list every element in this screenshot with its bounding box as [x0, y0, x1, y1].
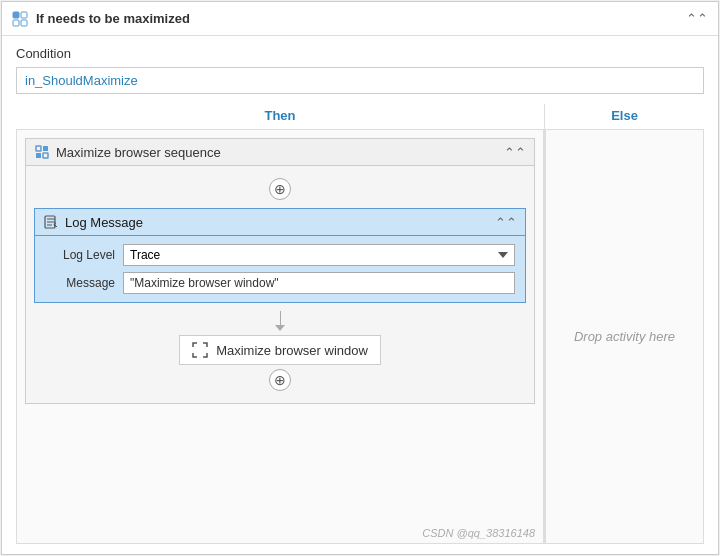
collapse-button[interactable]: ⌃⌃: [686, 11, 708, 26]
if-icon: [12, 11, 28, 27]
arrow-down: [275, 311, 285, 331]
maximize-icon: [192, 342, 208, 358]
log-level-row: Log Level TraceVerboseInfoWarningErrorCr…: [45, 244, 515, 266]
log-message-title: Log Message: [65, 215, 143, 230]
columns-row: Then: [16, 104, 704, 544]
drop-text: Drop activity here: [574, 329, 675, 344]
then-label: Then: [16, 104, 544, 129]
log-message-header: Log Message ⌃⌃: [35, 209, 525, 236]
add-top-button[interactable]: ⊕: [269, 178, 291, 200]
message-input[interactable]: [123, 272, 515, 294]
log-level-label: Log Level: [45, 248, 115, 262]
add-bottom-button[interactable]: ⊕: [269, 369, 291, 391]
sequence-title: Maximize browser sequence: [56, 145, 221, 160]
log-message-block: Log Message ⌃⌃ Log Level TraceVerboseInf…: [34, 208, 526, 303]
message-label: Message: [45, 276, 115, 290]
condition-input[interactable]: [16, 67, 704, 94]
else-body[interactable]: Drop activity here: [545, 129, 704, 544]
then-body: Maximize browser sequence ⌃⌃ ⊕: [16, 129, 544, 544]
header-left: If needs to be maximized: [12, 11, 190, 27]
svg-rect-1: [21, 12, 27, 18]
sequence-header-left: Maximize browser sequence: [34, 144, 221, 160]
svg-rect-2: [13, 20, 19, 26]
log-message-collapse-button[interactable]: ⌃⌃: [495, 215, 517, 230]
svg-rect-5: [43, 146, 48, 151]
svg-rect-0: [13, 12, 19, 18]
if-header: If needs to be maximized ⌃⌃: [2, 2, 718, 36]
log-message-icon: [43, 214, 59, 230]
sequence-icon: [34, 144, 50, 160]
else-label: Else: [545, 104, 704, 129]
sequence-container: Maximize browser sequence ⌃⌃ ⊕: [25, 138, 535, 404]
sequence-body: ⊕: [26, 166, 534, 403]
maximize-action-block: Maximize browser window: [179, 335, 381, 365]
sequence-header: Maximize browser sequence ⌃⌃: [26, 139, 534, 166]
then-column: Then: [16, 104, 544, 544]
svg-rect-3: [21, 20, 27, 26]
log-message-body: Log Level TraceVerboseInfoWarningErrorCr…: [35, 236, 525, 302]
log-level-select[interactable]: TraceVerboseInfoWarningErrorCritical: [123, 244, 515, 266]
svg-rect-7: [43, 153, 48, 158]
sequence-collapse-button[interactable]: ⌃⌃: [504, 145, 526, 160]
else-column: Else Drop activity here: [544, 104, 704, 544]
watermark: CSDN @qq_38316148: [422, 527, 535, 539]
content-area: Condition Then: [2, 36, 718, 554]
message-row: Message: [45, 272, 515, 294]
svg-rect-6: [36, 153, 41, 158]
log-message-header-left: Log Message: [43, 214, 143, 230]
main-container: If needs to be maximized ⌃⌃ Condition Th…: [1, 1, 719, 555]
condition-label: Condition: [16, 46, 704, 61]
maximize-action-title: Maximize browser window: [216, 343, 368, 358]
header-title: If needs to be maximized: [36, 11, 190, 26]
svg-rect-4: [36, 146, 41, 151]
